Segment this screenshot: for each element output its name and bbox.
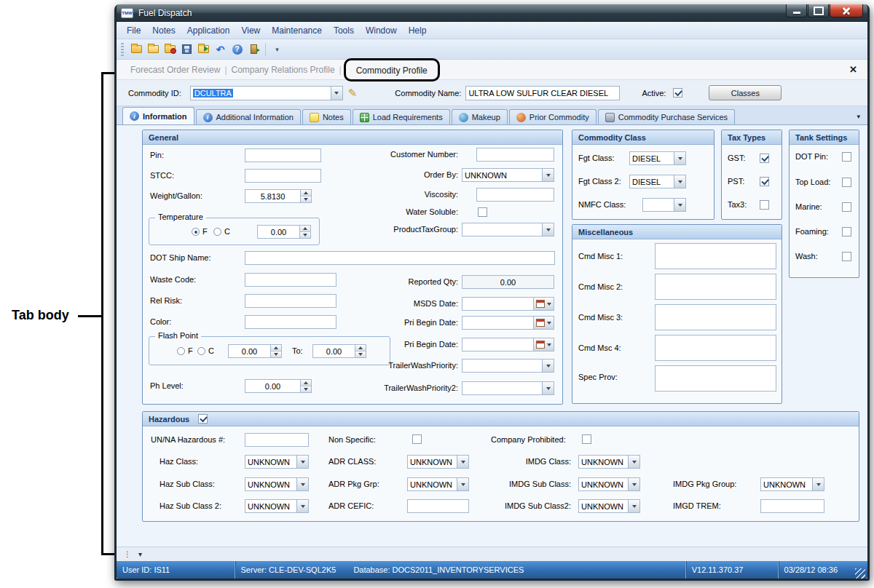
dropdown-button[interactable] xyxy=(542,382,554,394)
menu-tools[interactable]: Tools xyxy=(328,23,360,38)
undo-button[interactable]: ↶ xyxy=(212,41,229,57)
menu-view[interactable]: View xyxy=(235,23,266,38)
help-button[interactable]: ? xyxy=(229,41,245,57)
haz-sub-class2-dropdown[interactable]: UNKNOWN xyxy=(245,499,309,513)
classes-button[interactable]: Classes xyxy=(709,85,782,100)
pri-begin-date2-picker[interactable] xyxy=(462,338,554,351)
spin-up-button[interactable] xyxy=(300,226,310,232)
tab-prior-commodity[interactable]: Prior Commodity xyxy=(509,109,597,124)
customer-number-input[interactable] xyxy=(476,148,554,162)
spin-down-button[interactable] xyxy=(301,196,311,202)
spin-down-button[interactable] xyxy=(300,232,310,238)
dropdown-button[interactable] xyxy=(628,478,639,490)
dropdown-button[interactable] xyxy=(296,500,308,512)
commodity-name-input[interactable]: ULTRA LOW SULFUR CLEAR DIESEL xyxy=(465,86,620,100)
date-picker-button[interactable] xyxy=(533,317,554,329)
tab-additional-information[interactable]: i Additional Information xyxy=(196,109,301,124)
toolbar-overflow-button[interactable]: ▾ xyxy=(269,41,286,57)
spin-up-button[interactable] xyxy=(301,190,311,196)
cmd-misc2-input[interactable] xyxy=(655,274,776,300)
tab-overflow-icon[interactable]: ▾ xyxy=(857,113,860,120)
date-picker-button[interactable] xyxy=(533,338,554,351)
splitter-chevron-icon[interactable]: ▾ xyxy=(138,550,142,558)
menu-application[interactable]: Application xyxy=(181,23,236,38)
spin-down-button[interactable] xyxy=(271,351,281,357)
pin-input[interactable] xyxy=(245,148,321,162)
nmfc-class-dropdown[interactable] xyxy=(642,198,686,212)
menu-window[interactable]: Window xyxy=(360,23,403,38)
tax3-checkbox[interactable] xyxy=(760,200,769,210)
imgd-trem-input[interactable] xyxy=(760,499,824,513)
dropdown-button[interactable] xyxy=(542,359,554,372)
flash-point-f-radio[interactable] xyxy=(177,347,185,355)
order-by-dropdown[interactable]: UNKNOWN xyxy=(462,168,554,182)
dot-ship-name-input[interactable] xyxy=(245,251,555,265)
cmd-misc1-input[interactable] xyxy=(655,243,776,269)
flash-point-c-radio[interactable] xyxy=(197,347,205,355)
un-na-hazardous-input[interactable] xyxy=(245,433,309,447)
export-button[interactable] xyxy=(195,41,212,57)
splitter-grip-icon[interactable]: ⋮ xyxy=(124,550,131,558)
water-soluble-checkbox[interactable] xyxy=(478,207,487,217)
pst-checkbox[interactable] xyxy=(760,177,769,186)
menu-file[interactable]: File xyxy=(121,23,146,38)
open-button[interactable] xyxy=(145,41,162,57)
commodity-id-dropdown-button[interactable] xyxy=(331,87,342,100)
spin-up-button[interactable] xyxy=(301,380,311,386)
trailer-wash-priority2-dropdown[interactable] xyxy=(462,381,554,395)
haz-class-dropdown[interactable]: UNKNOWN xyxy=(245,455,309,469)
weight-gallon-spinner[interactable]: 5.8130 xyxy=(245,189,312,203)
trailer-wash-priority-dropdown[interactable] xyxy=(462,359,554,373)
imdg-sub-class2-dropdown[interactable]: UNKNOWN xyxy=(578,499,640,513)
foaming-checkbox[interactable] xyxy=(842,227,851,237)
viscosity-input[interactable] xyxy=(476,188,554,202)
close-record-button[interactable] xyxy=(162,41,178,57)
tab-forecast-order-review[interactable]: Forecast Order Review xyxy=(127,65,224,75)
dropdown-button[interactable] xyxy=(812,478,824,490)
top-load-checkbox[interactable] xyxy=(842,178,851,187)
color-input[interactable] xyxy=(245,315,336,329)
cmd-msc4-input[interactable] xyxy=(655,335,776,361)
toolbar-grip[interactable] xyxy=(121,43,124,56)
waste-code-input[interactable] xyxy=(245,273,336,287)
maximize-button[interactable] xyxy=(808,4,829,17)
edit-pencil-icon[interactable]: ✎ xyxy=(348,87,358,100)
haz-sub-class-dropdown[interactable]: UNKNOWN xyxy=(245,477,309,491)
temperature-spinner[interactable]: 0.00 xyxy=(257,225,311,239)
msds-date-picker[interactable] xyxy=(462,297,554,311)
exit-button[interactable] xyxy=(245,41,262,57)
hazardous-checkbox[interactable] xyxy=(198,414,208,424)
adr-cefic-input[interactable] xyxy=(407,499,469,513)
dropdown-button[interactable] xyxy=(542,223,554,236)
imdg-sub-class-dropdown[interactable]: UNKNOWN xyxy=(578,477,640,491)
rel-risk-input[interactable] xyxy=(245,294,336,308)
cmd-misc3-input[interactable] xyxy=(655,304,776,330)
non-specific-checkbox[interactable] xyxy=(412,434,422,444)
product-tax-group-dropdown[interactable] xyxy=(462,223,554,237)
dropdown-button[interactable] xyxy=(542,169,554,181)
menu-help[interactable]: Help xyxy=(403,23,433,38)
spin-down-button[interactable] xyxy=(355,351,366,357)
company-prohibited-checkbox[interactable] xyxy=(582,434,591,444)
tab-makeup[interactable]: Makeup xyxy=(452,109,508,124)
tab-information[interactable]: i Information xyxy=(122,107,194,124)
fgt-class-dropdown[interactable]: DIESEL xyxy=(629,151,686,165)
active-checkbox[interactable] xyxy=(673,88,682,98)
ph-level-spinner[interactable]: 0.00 xyxy=(245,379,312,393)
fgt-class2-dropdown[interactable]: DIESEL xyxy=(629,175,686,188)
tab-commodity-profile[interactable]: Commodity Profile xyxy=(353,65,431,76)
dropdown-button[interactable] xyxy=(628,456,639,468)
tab-notes[interactable]: Notes xyxy=(302,109,351,124)
stcc-input[interactable] xyxy=(245,169,321,183)
adr-class-dropdown[interactable]: UNKNOWN xyxy=(407,455,469,469)
dropdown-button[interactable] xyxy=(296,478,308,490)
flash-point-spinner[interactable]: 0.00 xyxy=(228,344,282,358)
dropdown-button[interactable] xyxy=(628,500,639,512)
menu-maintenance[interactable]: Maintenance xyxy=(266,23,328,38)
minimize-button[interactable] xyxy=(786,4,807,17)
imdg-pkg-group-dropdown[interactable]: UNKNOWN xyxy=(760,477,824,491)
spin-down-button[interactable] xyxy=(301,386,311,392)
menu-notes[interactable]: Notes xyxy=(146,23,181,38)
tab-load-requirements[interactable]: Load Requirements xyxy=(353,109,450,124)
tab-company-relations-profile[interactable]: Company Relations Profile xyxy=(228,65,339,75)
